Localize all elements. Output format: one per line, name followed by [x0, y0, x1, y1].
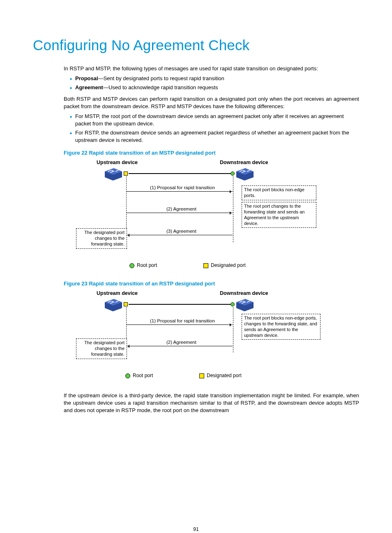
bullet-list-1: Proposal—Sent by designated ports to req… — [64, 75, 359, 91]
msg1-label: (1) Proposal for rapid transition — [150, 185, 215, 191]
timeline-right — [233, 176, 233, 242]
legend-root-port: Root port — [125, 372, 153, 379]
page-title: Configuring No Agreement Check — [33, 37, 359, 53]
link-line — [129, 173, 231, 174]
link-line — [129, 304, 231, 305]
figure-23-caption: Figure 23 Rapid state transition of an R… — [64, 280, 359, 287]
switch-icon — [236, 168, 254, 179]
timeline-right — [233, 307, 233, 352]
list-item: Proposal—Sent by designated ports to req… — [74, 75, 359, 82]
arrow-left — [127, 346, 233, 346]
note-box-2: The designated port changes to the forwa… — [76, 338, 127, 359]
arrow-left — [127, 235, 233, 235]
msg1-label: (1) Proposal for rapid transition — [150, 318, 215, 324]
figure-22-caption: Figure 22 Rapid state transition of an M… — [64, 149, 359, 157]
upstream-label: Upstream device — [97, 290, 138, 297]
legend-designated-port: Designated port — [199, 372, 242, 379]
intro-paragraph: In RSTP and MSTP, the following types of… — [64, 65, 359, 72]
list-item: For MSTP, the root port of the downstrea… — [74, 113, 359, 127]
list-item: For RSTP, the downstream device sends an… — [74, 129, 359, 144]
list-item: Agreement—Used to acknowledge rapid tran… — [74, 84, 359, 91]
paragraph-2: Both RSTP and MSTP devices can perform r… — [64, 95, 359, 110]
msg3-label: (3) Agreement — [166, 228, 196, 235]
root-port-icon — [231, 302, 235, 306]
body-content: In RSTP and MSTP, the following types of… — [64, 65, 359, 414]
root-port-icon — [231, 171, 235, 176]
msg2-label: (2) Agreement — [166, 339, 196, 346]
note-box-1: The root port blocks non-edge ports. — [242, 185, 316, 200]
figure-22: Upstream device Downstream device (1) Pr… — [80, 159, 343, 274]
switch-icon — [236, 299, 254, 310]
msg2-label: (2) Agreement — [166, 206, 196, 213]
legend-designated-port: Designated port — [203, 262, 246, 269]
designated-port-icon — [124, 171, 128, 176]
note-box-2: The root port changes to the forwarding … — [242, 202, 316, 228]
note-box-1: The root port blocks non-edge ports, cha… — [242, 314, 321, 340]
bullet-list-2: For MSTP, the root port of the downstrea… — [64, 113, 359, 144]
switch-icon — [105, 168, 122, 179]
downstream-label: Downstream device — [220, 159, 268, 166]
note-box-3: The designated port changes to the forwa… — [76, 228, 127, 248]
arrow-right — [127, 324, 233, 325]
downstream-label: Downstream device — [220, 290, 268, 297]
page-number: 91 — [0, 526, 392, 532]
switch-icon — [105, 299, 122, 310]
figure-23: Upstream device Downstream device (1) Pr… — [80, 290, 343, 385]
closing-paragraph: If the upstream device is a third-party … — [64, 392, 359, 414]
arrow-right — [127, 213, 233, 213]
upstream-label: Upstream device — [97, 159, 138, 166]
legend-root-port: Root port — [129, 262, 157, 269]
designated-port-icon — [124, 302, 128, 306]
arrow-right — [127, 191, 233, 192]
